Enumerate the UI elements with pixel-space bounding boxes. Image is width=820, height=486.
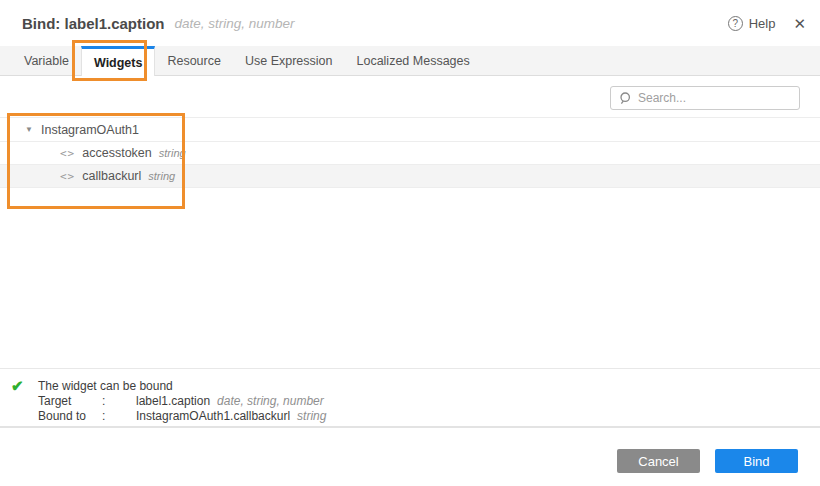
status-row-bound-to: Bound to : InstagramOAuth1.callbackurl s… xyxy=(38,409,326,423)
widget-tree: ▼ InstagramOAuth1 <> accesstoken string … xyxy=(0,117,820,188)
tree-node-label: InstagramOAuth1 xyxy=(41,123,139,137)
tab-localized-messages[interactable]: Localized Messages xyxy=(344,46,481,75)
footer-actions: Cancel Bind xyxy=(617,449,798,473)
tree-node-type: string xyxy=(148,170,175,182)
tree-node-label: accesstoken xyxy=(82,146,151,160)
search-box[interactable] xyxy=(610,86,800,110)
tab-use-expression[interactable]: Use Expression xyxy=(233,46,345,75)
help-label[interactable]: Help xyxy=(749,16,776,31)
tab-resource[interactable]: Resource xyxy=(155,46,233,75)
status-row-hint: string xyxy=(297,409,326,423)
tree-node-callbackurl[interactable]: <> callbackurl string xyxy=(0,165,820,188)
status-row-colon: : xyxy=(102,394,136,408)
tab-variable[interactable]: Variable xyxy=(12,46,81,75)
tab-bar: Variable Widgets Resource Use Expression… xyxy=(0,46,820,76)
code-brackets-icon: <> xyxy=(60,170,75,183)
search-input[interactable] xyxy=(638,91,791,105)
status-row-label: Bound to xyxy=(38,409,102,423)
status-row-value: label1.caption xyxy=(136,394,210,408)
status-section: ✔ The widget can be bound Target : label… xyxy=(0,368,820,428)
code-brackets-icon: <> xyxy=(60,147,75,160)
header-actions: ? Help ✕ xyxy=(728,16,806,31)
dialog-header: Bind: label1.caption date, string, numbe… xyxy=(0,0,820,46)
status-row-value: InstagramOAuth1.callbackurl xyxy=(136,409,290,423)
bind-button[interactable]: Bind xyxy=(715,449,798,473)
search-icon xyxy=(619,92,632,105)
dialog-title: Bind: label1.caption xyxy=(22,15,165,32)
status-table: Target : label1.caption date, string, nu… xyxy=(38,394,326,424)
help-icon[interactable]: ? xyxy=(728,16,743,31)
status-row-target: Target : label1.caption date, string, nu… xyxy=(38,394,326,408)
tab-widgets[interactable]: Widgets xyxy=(81,46,156,76)
cancel-button[interactable]: Cancel xyxy=(617,449,700,473)
check-icon: ✔ xyxy=(11,377,24,395)
tree-node-instagramoauth1[interactable]: ▼ InstagramOAuth1 xyxy=(0,118,820,142)
tree-node-label: callbackurl xyxy=(82,169,141,183)
status-row-label: Target xyxy=(38,394,102,408)
status-message: The widget can be bound xyxy=(38,379,173,393)
caret-down-icon[interactable]: ▼ xyxy=(25,125,41,134)
help-button[interactable]: ? Help xyxy=(728,16,776,31)
status-row-colon: : xyxy=(102,409,136,423)
status-row-hint: date, string, number xyxy=(217,394,324,408)
dialog-title-types: date, string, number xyxy=(175,16,295,31)
close-icon[interactable]: ✕ xyxy=(793,16,806,31)
tree-node-accesstoken[interactable]: <> accesstoken string xyxy=(0,142,820,165)
tree-node-type: string xyxy=(159,147,186,159)
